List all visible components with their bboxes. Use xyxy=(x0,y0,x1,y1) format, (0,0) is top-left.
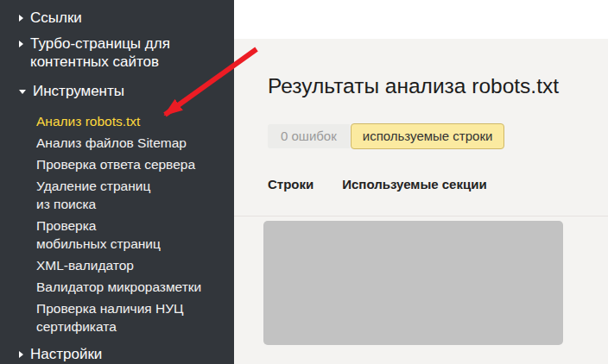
sidebar-item-sitemap-analysis[interactable]: Анализ файлов Sitemap xyxy=(36,134,213,152)
chevron-right-icon xyxy=(19,41,23,47)
sidebar-section-turbo-pages[interactable]: Турбо-страницы для контентных сайтов xyxy=(17,35,213,71)
redacted-content-placeholder xyxy=(263,221,563,345)
sidebar-section-label: Настройки xyxy=(30,345,102,363)
chevron-right-icon xyxy=(19,15,23,22)
main-content: Результаты анализа robots.txt 0 ошибок и… xyxy=(234,0,608,364)
tools-submenu: Анализ robots.txt Анализ файлов Sitemap … xyxy=(17,112,213,336)
app-window: Ссылки Турбо-страницы для контентных сай… xyxy=(0,0,608,364)
table-header-divider xyxy=(234,216,608,217)
sidebar-section-label: Ссылки xyxy=(30,9,82,27)
used-lines-tab[interactable]: используемые строки xyxy=(351,123,505,149)
sidebar-item-server-response-check[interactable]: Проверка ответа сервера xyxy=(36,155,213,173)
results-table-header: Строки Используемые секции xyxy=(268,177,487,191)
sidebar-item-mobile-pages-check[interactable]: Проверка мобильных страниц xyxy=(36,217,213,253)
chevron-right-icon xyxy=(19,351,23,358)
sidebar-item-robots-analysis[interactable]: Анализ robots.txt xyxy=(36,112,213,130)
page-title: Результаты анализа robots.txt xyxy=(268,72,559,100)
results-segmented-control: 0 ошибок используемые строки xyxy=(268,123,504,149)
sidebar-section-tools[interactable]: Инструменты xyxy=(17,82,213,100)
sidebar-item-page-removal[interactable]: Удаление страниц из поиска xyxy=(36,177,213,213)
column-header-used-sections: Используемые секции xyxy=(342,177,486,191)
sidebar-section-settings[interactable]: Настройки xyxy=(17,345,213,363)
sidebar-item-xml-validator[interactable]: XML-валидатор xyxy=(36,256,213,274)
chevron-down-icon xyxy=(19,90,26,94)
sidebar-section-label: Инструменты xyxy=(33,82,124,100)
sidebar: Ссылки Турбо-страницы для контентных сай… xyxy=(0,0,234,364)
sidebar-item-nuc-certificate-check[interactable]: Проверка наличия НУЦ сертификата xyxy=(36,299,213,336)
errors-count-tab[interactable]: 0 ошибок xyxy=(268,124,350,148)
sidebar-section-label: Турбо-страницы для контентных сайтов xyxy=(30,35,170,71)
column-header-lines: Строки xyxy=(268,177,314,191)
sidebar-item-microdata-validator[interactable]: Валидатор микроразметки xyxy=(36,278,213,296)
sidebar-section-links[interactable]: Ссылки xyxy=(17,9,213,27)
